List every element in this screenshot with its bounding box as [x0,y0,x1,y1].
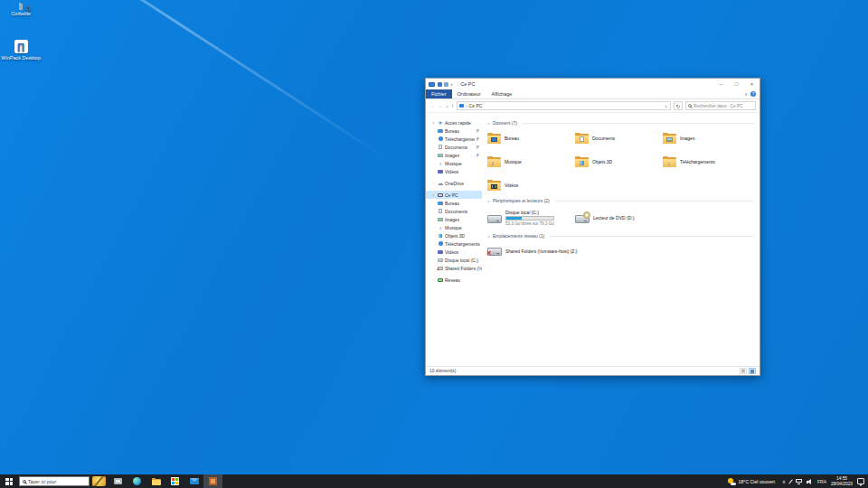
downloads-icon: ↓ [439,241,443,246]
up-icon[interactable]: ↑ [451,103,454,108]
recent-locations-icon[interactable]: ∨ [446,104,448,108]
sidebar-item-this-pc[interactable]: ∨ Ce PC [426,191,482,199]
help-icon[interactable]: ? [750,91,756,97]
desktop-folder-icon [438,129,443,133]
sidebar-item-pc-images[interactable]: Images [426,215,482,223]
sidebar-item-pc-videos[interactable]: Vidéos [426,248,482,256]
sidebar-item-musique[interactable]: ♪ Musique [426,159,482,167]
documents-icon [439,209,442,213]
taskbar-store-button[interactable] [165,474,184,488]
sidebar-item-pc-bureau[interactable]: Bureau [426,199,482,207]
folder-tile-documents[interactable]: Documents [575,128,663,147]
sidebar-item-shared-folders[interactable]: Shared Folders (\\vm [426,264,482,272]
downloads-icon: ↓ [439,136,443,141]
expand-icon[interactable]: ∨ [432,192,436,197]
action-center-icon[interactable] [857,478,864,484]
breadcrumb-separator-icon: › [466,103,467,108]
clock[interactable]: 14:55 28/04/2023 [831,476,853,486]
collapse-icon[interactable]: ∨ [487,121,490,126]
back-icon[interactable]: ← [429,103,435,108]
large-icons-view-button[interactable] [749,368,756,374]
system-menu-icon[interactable] [429,82,435,87]
hard-drive-icon [438,258,443,262]
sidebar-item-disque-c[interactable]: Disque local (C:) [426,256,482,264]
search-placeholder: Rechercher dans : Ce PC [693,104,743,108]
sidebar-item-images[interactable]: Images [426,151,482,159]
network-status-icon[interactable] [796,479,802,484]
maximize-button[interactable]: □ [729,79,744,89]
collapse-icon[interactable]: ∨ [487,234,490,239]
tab-affichage[interactable]: Affichage [486,89,518,99]
collapse-icon[interactable]: ∨ [487,199,490,203]
expand-icon[interactable]: › [432,181,436,185]
taskbar-edge-button[interactable] [127,474,146,488]
tab-ordinateur[interactable]: Ordinateur [452,89,486,99]
network-share-tile[interactable]: Shared Folders (\\vmware-host) (Z:) [487,241,650,260]
sidebar-item-videos[interactable]: Vidéos [426,167,482,175]
drive-tile-c[interactable]: Disque local (C:) 53,3 Go libres sur 79,… [487,206,575,230]
address-field[interactable]: › Ce PC ∨ [457,101,671,110]
language-indicator[interactable]: FRA [817,479,826,484]
sidebar-item-documents[interactable]: Documents [426,143,482,151]
folder-tile-musique[interactable]: ♪ Musique [487,152,575,171]
qat-new-folder-icon[interactable] [444,82,448,87]
minimize-button[interactable]: – [713,79,729,89]
breadcrumb[interactable]: Ce PC [469,103,663,108]
desktop-icon-app[interactable]: ∏ WinPack Desktop [0,40,42,61]
sidebar-item-pc-telechargements[interactable]: ↓ Téléchargements [426,239,482,248]
taskbar-search-input[interactable]: Taper ici pour [19,476,90,486]
window-controls: – □ × [713,79,760,89]
volume-icon[interactable] [807,479,813,484]
free-space-text: 53,3 Go libres sur 79,3 Go [505,221,554,226]
music-glyph-icon: ♪ [491,160,495,166]
sidebar-item-telechargements[interactable]: ↓ Téléchargements [426,135,482,143]
pen-icon[interactable] [788,479,793,483]
address-bar: ← → ∨ ↑ › Ce PC ∨ ↻ Rechercher dans : Ce… [426,99,760,113]
sidebar-item-quick-access[interactable]: ∨ ★ Accès rapide [426,118,482,127]
sidebar-item-bureau[interactable]: Bureau [426,127,482,135]
search-input[interactable]: Rechercher dans : Ce PC [685,101,756,110]
ribbon-collapse-icon[interactable]: ∨ [744,91,748,97]
quick-access-icon: ★ [438,120,443,126]
sidebar-item-pc-documents[interactable]: Documents [426,207,482,215]
onedrive-icon: ☁ [438,181,443,186]
forward-icon[interactable]: → [438,103,443,108]
folder-tile-telechargements[interactable]: ↓ Téléchargements [663,152,750,171]
window-title: Ce PC [460,81,713,87]
drive-tile-dvd[interactable]: Lecteur de DVD (D:) [575,206,663,230]
folder-tile-images[interactable]: Images [663,128,750,147]
desktop[interactable]: ♻ Corbeille ∏ WinPack Desktop ∨ | Ce PC … [0,0,868,488]
group-header-emplacements-reseau[interactable]: ∨ Emplacements réseau (1) [487,233,754,239]
folder-tile-videos[interactable]: Vidéos [487,175,575,194]
news-interests-widget[interactable] [90,474,108,488]
qat-properties-icon[interactable] [438,82,442,87]
start-button[interactable] [0,474,18,488]
expand-icon[interactable]: › [432,277,436,282]
details-view-button[interactable] [740,368,747,374]
taskbar-mail-button[interactable] [184,474,203,488]
sidebar-item-pc-objets3d[interactable]: Objets 3D [426,231,482,239]
task-view-button[interactable] [108,474,127,488]
taskbar-explorer-button[interactable] [146,474,165,488]
hidden-icons-chevron[interactable]: ∧ [782,479,786,484]
sidebar-item-reseau[interactable]: › Réseau [426,276,482,284]
group-header-peripheriques[interactable]: ∨ Périphériques et lecteurs (2) [487,198,754,203]
taskbar-active-app-button[interactable] [203,474,222,488]
tab-fichier[interactable]: Fichier [426,89,452,99]
group-header-dossiers[interactable]: ∨ Dossiers (7) [487,120,754,126]
folder-tile-objets-3d[interactable]: Objets 3D [575,152,663,171]
sidebar-item-pc-musique[interactable]: ♪ Musique [426,223,482,231]
address-dropdown-icon[interactable]: ∨ [665,104,668,108]
desktop-icon-recycle-bin[interactable]: ♻ Corbeille [0,4,42,16]
expand-icon[interactable]: ∨ [432,120,436,125]
windows-logo-icon [5,478,13,485]
qat-customize-icon[interactable]: ∨ [450,82,453,87]
title-bar[interactable]: ∨ | Ce PC – □ × [426,79,760,89]
close-button[interactable]: × [744,79,760,89]
tray-weather-button[interactable]: 18°C Ciel couvert [725,474,778,488]
refresh-button[interactable]: ↻ [674,101,683,110]
sidebar-item-onedrive[interactable]: › ☁ OneDrive [426,179,482,187]
weather-widget-icon [92,476,106,486]
quick-access-toolbar[interactable]: ∨ [438,82,453,87]
folder-tile-bureau[interactable]: Bureau [487,128,575,147]
